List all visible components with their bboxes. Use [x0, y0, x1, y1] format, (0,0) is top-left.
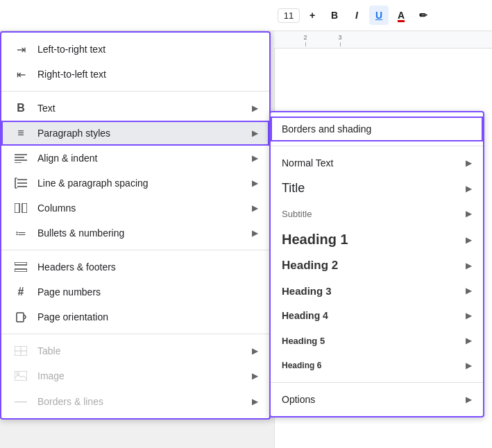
submenu-divider-1 [271, 146, 483, 146]
submenu-heading5[interactable]: Heading 5 ▶ [271, 328, 483, 353]
ltr-icon: ⇥ [12, 43, 29, 56]
submenu-subtitle[interactable]: Subtitle ▶ [271, 201, 483, 226]
line-spacing-arrow: ▶ [252, 178, 258, 188]
table-icon [12, 346, 29, 356]
ruler-mark-3: 3 [323, 34, 357, 46]
highlight-button[interactable]: ✏ [414, 6, 433, 25]
menu-image: Image ▶ [1, 363, 269, 388]
menu-text[interactable]: B Text ▶ [1, 96, 269, 121]
paragraph-styles-arrow: ▶ [252, 128, 258, 138]
submenu-title[interactable]: Title ▶ [271, 175, 483, 201]
page-orientation-icon [12, 311, 29, 322]
menu-ltr-text[interactable]: ⇥ Left-to-right text [1, 37, 269, 62]
heading2-arrow: ▶ [466, 261, 472, 270]
text-bold-icon: B [12, 102, 29, 114]
heading3-arrow: ▶ [466, 286, 472, 295]
menu-paragraph-styles[interactable]: ≡ Paragraph styles ▶ [1, 121, 269, 146]
svg-rect-10 [15, 262, 27, 265]
bullets-icon: ≔ [12, 227, 29, 240]
svg-rect-8 [15, 203, 19, 213]
ruler-mark-2: 2 [288, 34, 323, 46]
format-dropdown: ⇥ Left-to-right text ⇤ Right-to-left tex… [0, 31, 271, 420]
divider-3 [1, 334, 269, 334]
menu-page-orientation[interactable]: Page orientation [1, 304, 269, 329]
divider-1 [1, 91, 269, 92]
borders-lines-icon: — [12, 394, 29, 408]
submenu-heading6[interactable]: Heading 6 ▶ [271, 353, 483, 378]
svg-rect-16 [15, 371, 27, 381]
normal-text-arrow: ▶ [466, 158, 472, 168]
menu-align-indent[interactable]: Align & indent ▶ [1, 146, 269, 171]
page-numbers-icon: # [12, 286, 29, 298]
svg-rect-11 [15, 269, 27, 272]
bullets-arrow: ▶ [252, 228, 258, 238]
columns-arrow: ▶ [252, 203, 258, 213]
italic-button[interactable]: I [347, 6, 366, 25]
menu-rtl-text[interactable]: ⇤ Right-to-left text [1, 62, 269, 87]
svg-rect-12 [17, 313, 24, 322]
submenu-divider-2 [271, 382, 483, 383]
menu-borders-lines: — Borders & lines ▶ [1, 388, 269, 414]
bold-button[interactable]: B [325, 6, 344, 25]
headers-footers-icon [12, 262, 29, 272]
submenu-heading2[interactable]: Heading 2 ▶ [271, 253, 483, 278]
svg-rect-9 [22, 203, 27, 213]
columns-icon [12, 203, 29, 213]
title-arrow: ▶ [466, 184, 472, 193]
svg-point-17 [17, 372, 19, 375]
menu-bullets[interactable]: ≔ Bullets & numbering ▶ [1, 221, 269, 245]
image-icon [12, 371, 29, 381]
menu-page-numbers[interactable]: # Page numbers [1, 279, 269, 304]
menu-line-spacing[interactable]: Line & paragraph spacing ▶ [1, 171, 269, 196]
align-indent-icon [12, 153, 29, 163]
menu-table: Table ▶ [1, 338, 269, 363]
submenu-borders-shading[interactable]: Borders and shading [271, 117, 483, 141]
font-size-input[interactable]: 11 [278, 8, 300, 23]
submenu-heading1[interactable]: Heading 1 ▶ [271, 226, 483, 253]
table-arrow: ▶ [252, 346, 258, 356]
ruler-marks: 2 3 [274, 34, 357, 46]
heading1-arrow: ▶ [466, 235, 472, 245]
image-arrow: ▶ [252, 371, 258, 381]
submenu-normal-text[interactable]: Normal Text ▶ [271, 150, 483, 175]
heading5-arrow: ▶ [466, 336, 472, 345]
font-size-area: 11 + B I U A ✏ [278, 6, 433, 25]
submenu-heading4[interactable]: Heading 4 ▶ [271, 303, 483, 328]
text-arrow: ▶ [252, 103, 258, 113]
font-size-plus-button[interactable]: + [303, 6, 322, 25]
options-arrow: ▶ [466, 395, 472, 404]
subtitle-arrow: ▶ [466, 209, 472, 218]
line-spacing-icon [12, 178, 29, 189]
paragraph-styles-submenu: Borders and shading Normal Text ▶ Title … [269, 111, 484, 417]
submenu-options[interactable]: Options ▶ [271, 387, 483, 412]
submenu-heading3[interactable]: Heading 3 ▶ [271, 278, 483, 303]
paragraph-styles-icon: ≡ [12, 127, 29, 139]
divider-2 [1, 250, 269, 250]
menu-columns[interactable]: Columns ▶ [1, 196, 269, 221]
borders-lines-arrow: ▶ [252, 397, 258, 406]
font-color-button[interactable]: A [391, 6, 411, 25]
heading6-arrow: ▶ [466, 361, 472, 370]
toolbar: 11 + B I U A ✏ [0, 0, 492, 31]
ruler: 2 3 [274, 31, 492, 49]
menu-headers-footers[interactable]: Headers & footers [1, 255, 269, 279]
heading4-arrow: ▶ [466, 311, 472, 320]
underline-button[interactable]: U [369, 6, 389, 25]
rtl-icon: ⇤ [12, 68, 29, 81]
align-indent-arrow: ▶ [252, 153, 258, 163]
